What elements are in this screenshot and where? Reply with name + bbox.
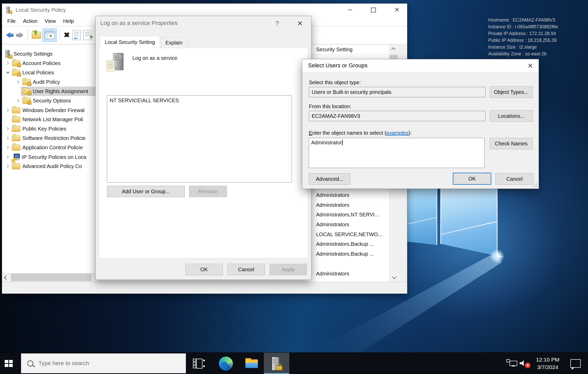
chevron-right-icon[interactable]: [16, 99, 20, 103]
instance-size-line: Instance Size : t2.xlarge: [488, 44, 558, 50]
chevron-right-icon[interactable]: [6, 145, 10, 150]
tree-item-windows-defender-firewall[interactable]: Windows Defender Firewal: [2, 106, 101, 115]
list-row[interactable]: Administrators,NT SERVI...: [316, 210, 379, 220]
location-field[interactable]: EC2AMAZ-FAN98V3: [309, 111, 486, 121]
local-security-policy-icon: [271, 357, 282, 370]
private-ip-line: Private IP Address : 172.31.28.94: [488, 30, 558, 37]
search-input[interactable]: [38, 360, 148, 367]
scroll-left-button[interactable]: [2, 273, 10, 281]
tree-item-security-settings[interactable]: Security Settings: [2, 49, 101, 59]
action-center-button[interactable]: [569, 353, 582, 374]
tree-item-label: Application Control Policie: [22, 145, 83, 151]
column-header-security-setting[interactable]: Security Setting: [316, 44, 352, 54]
list-row[interactable]: Administrators,Backup ...: [316, 239, 374, 249]
tab-explain[interactable]: Explain: [160, 37, 187, 48]
scroll-up-button[interactable]: [389, 44, 398, 54]
export-list-icon[interactable]: [83, 30, 92, 40]
close-icon[interactable]: ✕: [294, 18, 306, 29]
list-row[interactable]: Administrators: [316, 269, 349, 279]
chevron-right-icon[interactable]: [6, 127, 10, 131]
policy-icon: [106, 53, 125, 71]
tree-item-security-options[interactable]: Security Options: [2, 96, 101, 105]
task-view-button[interactable]: [193, 353, 205, 374]
file-explorer-icon: [245, 358, 258, 369]
examples-link[interactable]: examples: [386, 130, 409, 136]
tree-horizontal-scrollbar[interactable]: [2, 273, 101, 282]
chevron-right-icon[interactable]: [16, 80, 20, 84]
volume-tray-button[interactable]: ✕: [518, 353, 531, 374]
list-row[interactable]: Administrators,Backup ...: [316, 249, 374, 259]
advanced-button[interactable]: Advanced...: [309, 173, 350, 185]
properties-icon[interactable]: [72, 30, 81, 40]
list-row[interactable]: Administrators: [316, 190, 349, 200]
scroll-down-button[interactable]: [389, 273, 398, 282]
cancel-button[interactable]: Cancel: [227, 264, 265, 275]
tree-item-local-policies[interactable]: Local Policies: [2, 68, 101, 77]
chevron-right-icon[interactable]: [6, 61, 10, 65]
locations-button[interactable]: Locations...: [490, 110, 533, 122]
help-button[interactable]: ?: [271, 18, 283, 29]
tree-item-label: Security Options: [33, 98, 71, 104]
cancel-button[interactable]: Cancel: [495, 173, 533, 185]
edge-button[interactable]: [219, 353, 233, 374]
delete-icon[interactable]: ✖: [64, 31, 70, 39]
menu-view[interactable]: View: [41, 16, 60, 26]
tab-local-security-setting[interactable]: Local Security Setting: [100, 36, 160, 48]
object-names-input[interactable]: Administrator: [309, 138, 485, 168]
list-row[interactable]: Administrators: [316, 200, 349, 210]
chevron-right-icon[interactable]: [6, 136, 10, 140]
tree-item-label: Local Policies: [22, 70, 54, 76]
tree-item-public-key-policies[interactable]: Public Key Policies: [2, 124, 101, 133]
taskbar-clock[interactable]: 12:10 PM 3/7/2024: [533, 356, 562, 371]
back-icon[interactable]: [6, 32, 14, 38]
close-button[interactable]: ✕: [388, 4, 406, 16]
members-listbox[interactable]: NT SERVICE\ALL SERVICES: [107, 95, 292, 183]
check-names-button[interactable]: Check Names: [490, 138, 533, 149]
scrollbar-thumb[interactable]: [11, 274, 92, 281]
chevron-right-icon[interactable]: [6, 164, 10, 168]
menu-action[interactable]: Action: [19, 16, 41, 26]
tree-item-application-control-policies[interactable]: Application Control Policie: [2, 143, 101, 152]
tree-item-network-list-manager[interactable]: Network List Manager Poli: [2, 115, 101, 124]
start-button[interactable]: [0, 353, 17, 374]
list-row[interactable]: Administrators: [316, 220, 349, 229]
tree-item-software-restriction-policies[interactable]: Software Restriction Policie: [2, 133, 101, 143]
object-type-field[interactable]: Users or Built-in security principals: [309, 87, 486, 97]
folder-lock-icon: [12, 60, 20, 66]
forward-icon[interactable]: [16, 32, 24, 38]
dialog-title-bar[interactable]: Select Users or Groups: [302, 59, 539, 72]
chevron-down-icon[interactable]: [6, 70, 10, 75]
local-security-policy-taskbar-button[interactable]: [264, 353, 289, 374]
remove-button: Remove: [189, 186, 227, 197]
maximize-button[interactable]: [364, 4, 383, 16]
log-on-as-a-service-properties-dialog: Log on as a service Properties ? ✕ Local…: [96, 16, 311, 280]
add-user-or-group-button[interactable]: Add User or Group...: [107, 186, 185, 197]
member-entry[interactable]: NT SERVICE\ALL SERVICES: [110, 98, 179, 103]
ok-button[interactable]: OK: [185, 264, 223, 275]
list-row[interactable]: LOCAL SERVICE,NETWO...: [316, 229, 382, 239]
file-explorer-button[interactable]: [245, 353, 258, 374]
tree-item-user-rights-assignment[interactable]: User Rights Assignment: [2, 87, 101, 96]
object-types-button[interactable]: Object Types...: [490, 86, 533, 98]
menu-help[interactable]: Help: [60, 16, 77, 26]
ok-button[interactable]: OK: [453, 173, 491, 185]
chevron-right-icon[interactable]: [6, 108, 10, 112]
taskbar-search[interactable]: [21, 353, 186, 373]
up-one-level-icon[interactable]: [32, 32, 41, 39]
menu-file[interactable]: File: [4, 16, 19, 26]
chevron-right-icon[interactable]: [6, 155, 10, 159]
close-icon[interactable]: ✕: [524, 60, 537, 71]
minimize-button[interactable]: [341, 4, 360, 16]
tree-item-label: Windows Defender Firewal: [22, 107, 84, 113]
show-console-tree-icon[interactable]: [42, 28, 57, 42]
tree-item-advanced-audit-policy[interactable]: Advanced Audit Policy Co: [2, 162, 101, 171]
object-type-label: Select this object type:: [309, 80, 361, 86]
object-names-label: Enter the object names to select (exampl…: [309, 130, 412, 136]
window-title: Local Security Policy: [16, 7, 66, 13]
tree-item-account-policies[interactable]: Account Policies: [2, 59, 101, 68]
folder-icon: [12, 163, 20, 169]
tree-item-ip-security-policies[interactable]: IP Security Policies on Loca: [2, 152, 101, 162]
tree-item-audit-policy[interactable]: Audit Policy: [2, 77, 101, 87]
toolbar-separator: [28, 30, 28, 40]
network-tray-button[interactable]: [506, 353, 518, 374]
